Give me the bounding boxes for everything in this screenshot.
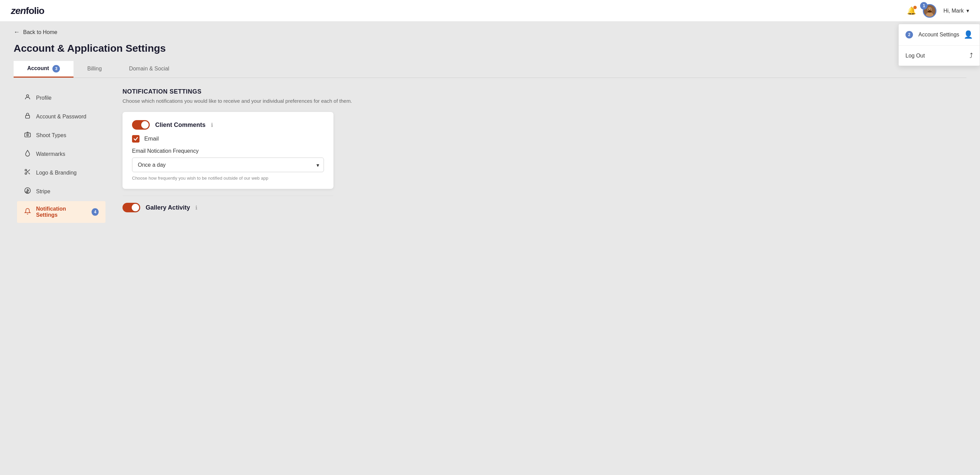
tab-domain-social[interactable]: Domain & Social: [115, 61, 183, 78]
client-comments-toggle[interactable]: [132, 120, 150, 130]
back-nav[interactable]: ← Back to Home: [0, 22, 980, 43]
user-menu-button[interactable]: Hi, Mark ▾: [943, 8, 969, 14]
user-dropdown-menu: 2 Account Settings 👤 Log Out ⤴: [898, 24, 980, 66]
svg-point-5: [928, 10, 932, 13]
svg-rect-7: [25, 115, 30, 118]
sidebar-profile-label: Profile: [36, 95, 51, 101]
notification-bell-icon: [24, 208, 31, 216]
person-circle-icon: 👤: [964, 30, 973, 39]
client-comments-info-icon[interactable]: ℹ: [211, 122, 213, 128]
svg-point-6: [27, 95, 29, 97]
sidebar: Profile Account & Password Shoot Types W…: [14, 78, 109, 282]
sidebar-item-watermarks[interactable]: Watermarks: [17, 145, 105, 163]
sidebar-account-password-label: Account & Password: [36, 114, 86, 120]
client-comments-toggle-thumb: [141, 121, 149, 129]
sidebar-shoot-types-label: Shoot Types: [36, 132, 66, 138]
sidebar-item-profile[interactable]: Profile: [17, 89, 105, 107]
sidebar-notification-settings-label: Notification Settings: [36, 206, 86, 218]
bell-icon[interactable]: 🔔: [907, 6, 916, 15]
svg-point-9: [27, 134, 29, 136]
client-comments-toggle-track[interactable]: [132, 120, 150, 130]
logout-menu-item[interactable]: Log Out ⤴: [899, 46, 980, 66]
section-subtitle: Choose which notifications you would lik…: [123, 98, 953, 104]
dropdown-arrow-icon: ▾: [966, 8, 969, 14]
svg-point-4: [931, 8, 932, 10]
gallery-activity-toggle[interactable]: [123, 203, 140, 212]
sidebar-stripe-label: Stripe: [36, 189, 50, 195]
header-right: 🔔 1 Hi, Mark ▾: [907, 4, 969, 18]
scissors-icon: [24, 168, 31, 177]
sidebar-item-shoot-types[interactable]: Shoot Types: [17, 126, 105, 144]
drop-icon: [24, 150, 31, 158]
bell-notification-dot: [913, 6, 917, 9]
sidebar-item-logo-branding[interactable]: Logo & Branding: [17, 164, 105, 182]
account-settings-badge: 2: [905, 31, 913, 38]
gallery-activity-info-icon[interactable]: ℹ: [195, 205, 197, 211]
sidebar-item-stripe[interactable]: Stripe: [17, 183, 105, 200]
tab-account-label: Account: [27, 65, 49, 71]
sidebar-watermarks-label: Watermarks: [36, 151, 65, 157]
svg-point-11: [25, 173, 27, 175]
gallery-activity-toggle-thumb: [132, 204, 139, 211]
back-arrow-icon: ←: [14, 29, 20, 36]
frequency-hint: Choose how frequently you wish to be not…: [132, 176, 324, 181]
tab-account-badge: 3: [52, 65, 60, 73]
gallery-activity-row: Gallery Activity ℹ: [123, 195, 334, 219]
person-icon: [24, 94, 31, 102]
back-nav-label: Back to Home: [23, 29, 57, 35]
section-title: NOTIFICATION SETTINGS: [123, 88, 953, 95]
logout-label: Log Out: [905, 53, 925, 59]
tab-domain-social-label: Domain & Social: [129, 66, 169, 71]
client-comments-header: Client Comments ℹ: [132, 120, 324, 130]
lock-icon: [24, 112, 31, 121]
sidebar-item-account-password[interactable]: Account & Password: [17, 108, 105, 126]
tabs: Account 3 Billing Domain & Social: [14, 61, 966, 78]
logout-icon: ⤴: [969, 52, 973, 60]
svg-rect-8: [25, 133, 30, 137]
tab-billing[interactable]: Billing: [73, 61, 115, 78]
svg-point-10: [25, 170, 27, 171]
account-settings-menu-item[interactable]: 2 Account Settings 👤: [899, 24, 980, 46]
svg-point-3: [928, 8, 929, 10]
gallery-activity-label: Gallery Activity: [146, 204, 190, 211]
sidebar-notification-badge: 4: [92, 208, 99, 216]
email-checkbox-row: Email: [132, 135, 324, 143]
dollar-icon: [24, 187, 31, 195]
zenfolio-logo: zenfolio: [11, 5, 44, 16]
avatar-badge: 1: [920, 2, 928, 10]
tab-billing-label: Billing: [87, 66, 102, 71]
email-checkbox-label: Email: [144, 135, 159, 142]
tab-account[interactable]: Account 3: [14, 61, 73, 78]
sidebar-logo-branding-label: Logo & Branding: [36, 170, 76, 176]
client-comments-card: Client Comments ℹ Email Email Notication…: [123, 112, 334, 189]
sidebar-item-notification-settings[interactable]: Notification Settings 4: [17, 201, 105, 223]
header: zenfolio 🔔 1 H: [0, 0, 980, 22]
camera-icon: [24, 131, 31, 140]
gallery-activity-toggle-track[interactable]: [123, 203, 140, 212]
client-comments-label: Client Comments: [155, 121, 205, 129]
main-content: Account & Application Settings Account 3…: [0, 43, 980, 295]
user-greeting-label: Hi, Mark: [943, 8, 964, 14]
frequency-select[interactable]: Immediately Once a day Once a week: [132, 157, 324, 172]
email-checkbox[interactable]: [132, 135, 140, 143]
account-settings-label: Account Settings: [918, 32, 959, 38]
main-panel: NOTIFICATION SETTINGS Choose which notif…: [109, 78, 966, 282]
content-area: Profile Account & Password Shoot Types W…: [14, 78, 966, 282]
page-title: Account & Application Settings: [14, 43, 966, 54]
frequency-select-wrapper: Immediately Once a day Once a week ▾: [132, 157, 324, 172]
frequency-label: Email Notication Frequency: [132, 148, 324, 154]
